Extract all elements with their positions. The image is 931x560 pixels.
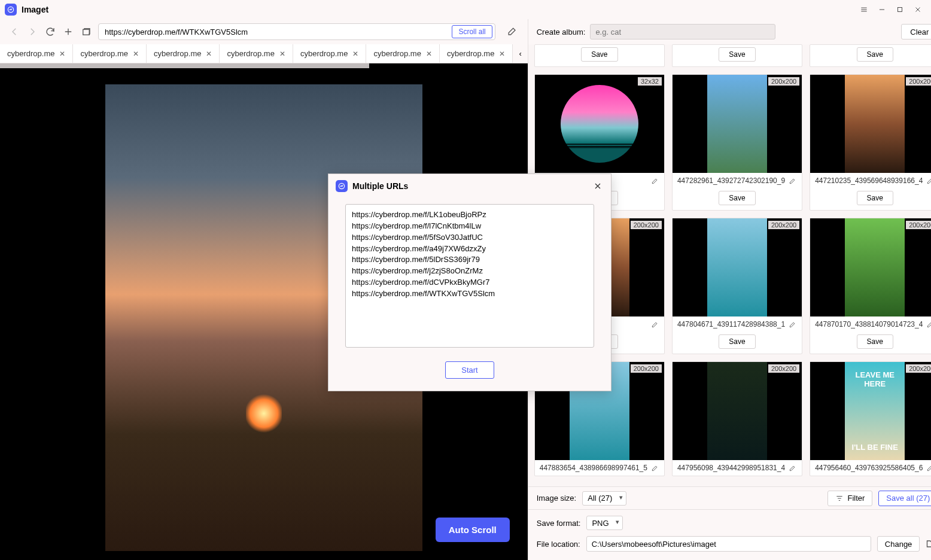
edit-icon[interactable] <box>926 176 931 185</box>
edit-icon[interactable] <box>651 464 659 472</box>
save-button[interactable]: Save <box>857 334 893 349</box>
tab-label: cyberdrop.me <box>447 49 494 58</box>
save-button[interactable]: Save <box>719 334 755 349</box>
tab-label: cyberdrop.me <box>7 49 54 58</box>
image-card: 200x200 447956098_439442998951831_4 <box>672 361 802 476</box>
scroll-all-button[interactable]: Scroll all <box>452 25 492 38</box>
thumbnail[interactable]: LEAVE ME HEREI'LL BE FINE 200x200 <box>810 362 931 460</box>
thumbnail-image <box>845 75 905 173</box>
back-icon[interactable] <box>8 26 20 38</box>
forward-icon[interactable] <box>26 26 38 38</box>
dimension-badge: 200x200 <box>768 77 799 86</box>
filter-button[interactable]: Filter <box>827 491 872 506</box>
format-bar: Save format: PNG File location: Change <box>528 509 931 560</box>
edit-icon[interactable] <box>789 320 797 328</box>
format-select[interactable]: PNG <box>586 516 623 530</box>
close-icon[interactable]: ✕ <box>206 50 212 58</box>
thumbnail[interactable]: 200x200 <box>673 75 802 173</box>
change-location-button[interactable]: Change <box>877 536 920 552</box>
thumbnail[interactable]: 200x200 <box>810 218 931 316</box>
tabs-icon[interactable] <box>80 26 92 38</box>
create-album-label: Create album: <box>537 28 586 36</box>
dimension-badge: 200x200 <box>631 364 662 373</box>
size-select[interactable]: All (27) <box>582 491 626 506</box>
tab-label: cyberdrop.me <box>227 49 274 58</box>
maximize-button[interactable] <box>892 1 908 18</box>
close-icon[interactable]: ✕ <box>59 50 65 58</box>
edit-icon[interactable] <box>651 176 659 185</box>
tab[interactable]: cyberdrop.me✕ <box>73 44 146 63</box>
start-button[interactable]: Start <box>445 361 494 379</box>
app-icon <box>5 4 17 16</box>
save-button[interactable]: Save <box>857 47 893 62</box>
thumbnail-image <box>707 218 767 316</box>
browser-toolbar: Scroll all <box>0 19 528 44</box>
menu-icon[interactable] <box>856 1 872 18</box>
dimension-badge: 200x200 <box>631 221 662 229</box>
save-all-button[interactable]: Save all (27) <box>878 491 931 506</box>
url-input[interactable] <box>99 28 449 36</box>
thumbnail-image: LEAVE ME HEREI'LL BE FINE <box>845 362 905 460</box>
tab[interactable]: cyberdrop.me✕ <box>293 44 366 63</box>
close-icon[interactable]: ✕ <box>279 50 285 58</box>
thumbnail[interactable]: 200x200 <box>673 218 802 316</box>
file-location-label: File location: <box>537 540 580 549</box>
tab-overflow[interactable]: ‹ <box>513 44 527 63</box>
clear-button[interactable]: Clear <box>901 24 931 39</box>
dimension-badge: 200x200 <box>906 221 931 229</box>
urls-textarea[interactable]: https://cyberdrop.me/f/LK1obeuBjoRPz htt… <box>345 204 594 348</box>
scrollbar-thumb[interactable] <box>0 63 369 68</box>
dimension-badge: 200x200 <box>768 221 799 229</box>
album-row: Create album: Clear <box>528 19 931 44</box>
edit-icon[interactable] <box>789 464 797 472</box>
thumbnail[interactable]: 200x200 <box>810 75 931 173</box>
tab[interactable]: cyberdrop.me✕ <box>440 44 513 63</box>
thumbnail-image <box>845 218 905 316</box>
filename-label: 447883654_438986698997461_5 <box>540 464 647 472</box>
tab[interactable]: cyberdrop.me✕ <box>366 44 439 63</box>
image-card: Save <box>672 44 802 67</box>
save-button[interactable]: Save <box>719 47 755 62</box>
close-icon[interactable]: ✕ <box>133 50 139 58</box>
save-button[interactable]: Save <box>857 191 893 205</box>
tab[interactable]: cyberdrop.me✕ <box>220 44 293 63</box>
filename-label: 447282961_439272742302190_9 <box>677 176 785 185</box>
image-size-label: Image size: <box>537 494 576 503</box>
album-name-input[interactable] <box>590 24 775 39</box>
edit-icon[interactable] <box>926 320 931 328</box>
file-location-input[interactable] <box>586 536 871 552</box>
svg-rect-2 <box>83 29 90 35</box>
close-icon[interactable]: ✕ <box>499 50 505 58</box>
paint-icon[interactable] <box>505 25 519 39</box>
save-button[interactable]: Save <box>719 191 755 205</box>
reload-icon[interactable] <box>44 26 56 38</box>
close-icon[interactable]: ✕ <box>352 50 358 58</box>
close-button[interactable] <box>909 1 926 18</box>
edit-icon[interactable] <box>651 320 659 328</box>
auto-scroll-button[interactable]: Auto Scroll <box>436 518 510 542</box>
app-title: Imaget <box>22 5 48 14</box>
svg-rect-1 <box>898 8 902 12</box>
image-card: LEAVE ME HEREI'LL BE FINE 200x200 447956… <box>810 361 931 476</box>
tab[interactable]: cyberdrop.me✕ <box>147 44 220 63</box>
thumbnail-image <box>561 85 638 163</box>
new-tab-icon[interactable] <box>62 26 74 38</box>
minimize-button[interactable] <box>874 1 890 18</box>
edit-icon[interactable] <box>926 464 931 472</box>
edit-icon[interactable] <box>789 176 797 185</box>
image-card: Save <box>810 44 931 67</box>
image-card: Save <box>534 44 665 67</box>
thumbnail[interactable]: 200x200 <box>673 362 802 460</box>
folder-icon[interactable] <box>926 538 931 550</box>
filename-label: 447956460_439763925586405_6 <box>815 464 923 472</box>
thumbnail[interactable]: 32x32 <box>535 75 664 173</box>
dialog-close-button[interactable] <box>592 180 604 192</box>
close-icon[interactable]: ✕ <box>426 50 432 58</box>
tab-label: cyberdrop.me <box>300 49 348 58</box>
save-button[interactable]: Save <box>581 47 617 62</box>
tab-label: cyberdrop.me <box>154 49 201 58</box>
app-icon <box>336 180 348 192</box>
tab[interactable]: cyberdrop.me✕ <box>0 44 73 63</box>
dimension-badge: 200x200 <box>906 364 931 373</box>
filter-icon <box>835 494 844 503</box>
